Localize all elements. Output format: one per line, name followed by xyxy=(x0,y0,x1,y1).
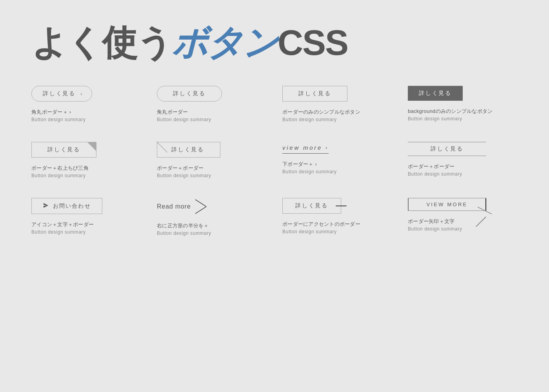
label-jp: 角丸ボーダー＋ › xyxy=(31,109,71,116)
button-demo: 詳しく見る › xyxy=(31,86,92,102)
label-en: Button design summary xyxy=(408,226,462,232)
cell-accent-border: 詳しく見る ボーダーにアクセントのボーダー Button design summ… xyxy=(282,198,392,236)
label-en: Button design summary xyxy=(282,117,337,122)
svg-line-0 xyxy=(156,142,167,152)
cell-corner-triangle: 詳しく見る ボーダー＋右上ちび三角 Button design summary xyxy=(31,142,141,178)
btn-arrow-text[interactable]: VIEW MORE xyxy=(408,198,486,211)
label-jp: ボーダーのみのシンプルなボタン xyxy=(282,109,360,116)
btn-icon-text[interactable]: お問い合わせ xyxy=(31,198,102,214)
cell-rounded-arrow: 詳しく見る › 角丸ボーダー＋ › Button design summary xyxy=(31,86,141,122)
arrow-icon: › xyxy=(80,91,83,97)
btn-rounded-arrow[interactable]: 詳しく見る › xyxy=(31,86,92,102)
button-demo: 詳しく見る xyxy=(157,86,222,102)
cell-readmore: Read more 右に正方形の半分を＋ Button design summa… xyxy=(157,198,267,236)
label-jp: 右に正方形の半分を＋ xyxy=(157,222,209,229)
page-wrapper: よく使うボタンCSS 詳しく見る › 角丸ボーダー＋ › Button desi… xyxy=(0,0,549,279)
label-en: Button design summary xyxy=(31,173,86,178)
cell-bg-only: 詳しく見る backgroundのみのシンプルなボタン Button desig… xyxy=(408,86,518,122)
arrow-icon: › xyxy=(325,145,329,151)
svg-line-3 xyxy=(478,207,492,214)
button-demo: 詳しく見る xyxy=(408,142,486,156)
button-demo: 詳しく見る xyxy=(282,198,341,214)
label-jp: ボーダー＋ボーダー xyxy=(157,165,204,172)
button-row-2: 詳しく見る ボーダー＋右上ちび三角 Button design summary … xyxy=(31,142,518,178)
label-en: Button design summary xyxy=(157,230,211,236)
cell-diagonal: 詳しく見る ボーダー＋ボーダー Button design summary xyxy=(157,142,267,178)
cell-border-only: 詳しく見る ボーダーのみのシンプルなボタン Button design summ… xyxy=(282,86,392,122)
button-demo: 詳しく見る xyxy=(282,86,347,102)
btn-underline-arrow[interactable]: view more › xyxy=(282,142,329,154)
label-jp: 下ボーダー＋ › xyxy=(282,161,317,168)
button-demo: Read more xyxy=(157,198,209,215)
button-demo: VIEW MORE xyxy=(408,198,486,211)
cell-underline-arrow: view more › 下ボーダー＋ › Button design summa… xyxy=(282,142,392,178)
title-suffix: CSS xyxy=(278,23,348,62)
cell-icon-text: お問い合わせ アイコン＋文字＋ボーダー Button design summar… xyxy=(31,198,141,236)
readmore-text: Read more xyxy=(157,203,191,210)
btn-topbottom[interactable]: 詳しく見る xyxy=(408,142,486,156)
svg-line-2 xyxy=(195,207,206,214)
label-jp: ボーダー＋右上ちび三角 xyxy=(31,165,89,172)
btn-corner-triangle[interactable]: 詳しく見る xyxy=(31,142,96,158)
label-en: Button design summary xyxy=(282,169,337,174)
button-row-3: お問い合わせ アイコン＋文字＋ボーダー Button design summar… xyxy=(31,198,518,236)
btn-rounded[interactable]: 詳しく見る xyxy=(157,86,222,102)
big-chevron-icon xyxy=(192,198,209,215)
diagonal-line-decoration xyxy=(156,142,167,152)
title-prefix: よく使う xyxy=(31,23,172,62)
label-en: Button design summary xyxy=(31,117,86,122)
cell-rounded: 詳しく見る 角丸ボーダー Button design summary xyxy=(157,86,267,122)
label-en: Button design summary xyxy=(408,171,462,177)
cell-topbottom: 詳しく見る ボーダー＋ボーダー Button design summary xyxy=(408,142,518,178)
svg-line-1 xyxy=(195,200,206,207)
cell-arrow-text: VIEW MORE ボーダー矢印＋文字 Button design summar… xyxy=(408,198,518,236)
label-en: Button design summary xyxy=(157,173,211,178)
label-en: Button design summary xyxy=(157,117,211,122)
label-jp: アイコン＋文字＋ボーダー xyxy=(31,221,94,228)
button-demo: 詳しく見る xyxy=(31,142,96,158)
button-demo: view more › xyxy=(282,142,329,154)
label-jp: backgroundのみのシンプルなボタン xyxy=(408,108,493,115)
send-icon xyxy=(43,202,49,210)
btn-bg-only[interactable]: 詳しく見る xyxy=(408,86,463,101)
btn-accent-border[interactable]: 詳しく見る xyxy=(282,198,341,214)
btn-border-only[interactable]: 詳しく見る xyxy=(282,86,347,102)
label-en: Button design summary xyxy=(31,229,86,235)
label-en: Button design summary xyxy=(408,116,462,122)
btn-readmore[interactable]: Read more xyxy=(157,198,209,215)
button-demo: 詳しく見る xyxy=(408,86,463,101)
button-demo: 詳しく見る xyxy=(157,142,220,158)
button-row-1: 詳しく見る › 角丸ボーダー＋ › Button design summary … xyxy=(31,86,518,122)
title-accent: ボタン xyxy=(172,23,278,62)
button-demo: お問い合わせ xyxy=(31,198,102,214)
accent-line xyxy=(336,205,347,206)
label-jp: ボーダー＋ボーダー xyxy=(408,163,454,170)
main-title: よく使うボタンCSS xyxy=(31,24,518,62)
label-jp: 角丸ボーダー xyxy=(157,109,188,116)
label-jp: ボーダーにアクセントのボーダー xyxy=(282,221,360,228)
label-en: Button design summary xyxy=(282,229,337,234)
label-jp: ボーダー矢印＋文字 xyxy=(408,218,454,225)
arrow-diagonal-icon xyxy=(478,207,493,215)
